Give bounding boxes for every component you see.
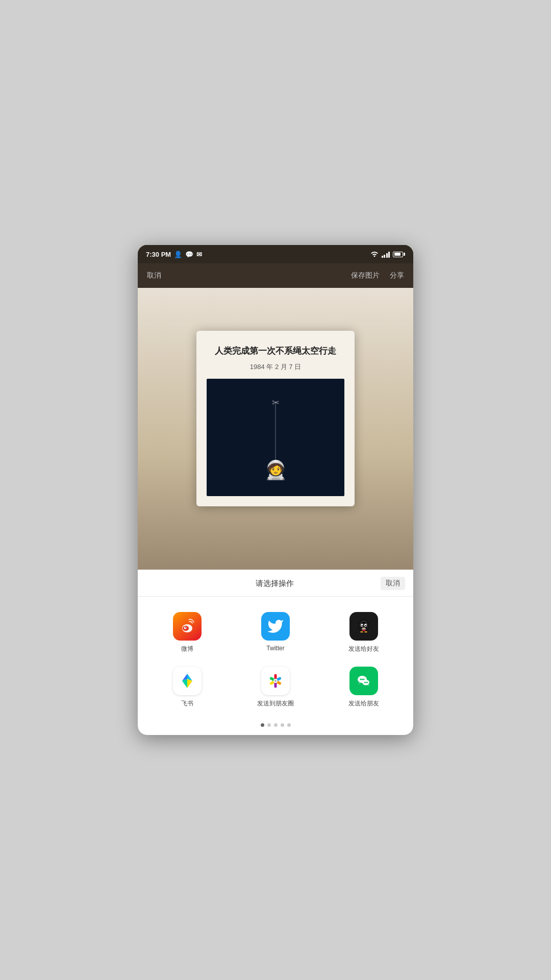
weibo-label: 微博 [181,645,193,653]
svg-point-21 [360,679,362,680]
toolbar: 取消 保存图片 分享 [138,263,413,288]
status-bar: 7:30 PM 👤 💬 ✉ [138,245,413,263]
rope-line [276,401,276,462]
status-left: 7:30 PM 👤 💬 ✉ [146,251,202,258]
svg-point-10 [365,625,367,626]
svg-point-22 [362,679,363,680]
card-image: ✂ 🧑‍🚀 [207,379,344,496]
qq-icon [349,612,378,641]
svg-point-15 [364,631,367,632]
svg-point-9 [362,625,363,626]
share-item-qq[interactable]: 发送给好友 [320,607,408,662]
wechat-icon [349,667,378,695]
svg-point-26 [366,682,367,683]
wifi-icon [370,250,379,258]
pagination [138,721,413,735]
dot-4 [281,723,284,727]
time-display: 7:30 PM [146,251,171,258]
twitter-label: Twitter [266,645,284,652]
message-icon: 💬 [185,251,193,258]
svg-point-11 [362,625,363,625]
toolbar-right: 保存图片 分享 [350,269,405,282]
twitter-icon [261,612,290,641]
signal-icon [382,251,390,258]
dot-1 [261,723,264,727]
weibo-icon [173,612,202,641]
article-card: 人类完成第一次不系绳太空行走 1984 年 2 月 7 日 ✂ 🧑‍🚀 [196,331,355,506]
moments-label: 发送到朋友圈 [257,699,294,708]
phone-frame: 7:30 PM 👤 💬 ✉ [138,245,413,735]
feishu-label: 飞书 [181,699,193,708]
dot-2 [267,723,271,727]
moments-icon [261,667,290,695]
svg-point-25 [364,682,365,683]
share-item-weibo[interactable]: 微博 [143,607,231,662]
svg-point-3 [185,627,186,628]
dot-3 [274,723,278,727]
person-icon: 👤 [174,251,182,258]
feishu-icon [173,667,202,695]
share-grid: 微博 Twitter [138,597,413,721]
bottom-sheet: 请选择操作 取消 微博 [138,570,413,735]
sheet-title: 请选择操作 [168,579,381,589]
qq-label: 发送给好友 [348,645,379,653]
email-icon: ✉ [196,251,202,258]
svg-point-14 [360,631,363,632]
save-button[interactable]: 保存图片 [350,269,381,282]
sheet-cancel-button[interactable]: 取消 [381,577,405,590]
battery-icon [393,252,405,257]
card-title: 人类完成第一次不系绳太空行走 [207,345,344,357]
share-item-twitter[interactable]: Twitter [231,607,319,662]
share-item-moments[interactable]: 发送到朋友圈 [231,662,319,716]
share-button[interactable]: 分享 [389,269,405,282]
astronaut-image: 🧑‍🚀 [264,459,287,481]
share-item-feishu[interactable]: 飞书 [143,662,231,716]
share-item-wechat[interactable]: 发送给朋友 [320,662,408,716]
status-right [370,250,406,258]
cancel-button[interactable]: 取消 [146,269,162,282]
svg-point-12 [366,625,366,625]
content-area: 人类完成第一次不系绳太空行走 1984 年 2 月 7 日 ✂ 🧑‍🚀 [138,288,413,570]
card-date: 1984 年 2 月 7 日 [207,362,344,372]
background-overlay: 人类完成第一次不系绳太空行走 1984 年 2 月 7 日 ✂ 🧑‍🚀 [138,288,413,570]
svg-point-27 [367,682,368,683]
wechat-label: 发送给朋友 [348,699,379,708]
sheet-header: 请选择操作 取消 [138,570,413,597]
svg-point-19 [274,680,277,682]
dot-5 [287,723,291,727]
